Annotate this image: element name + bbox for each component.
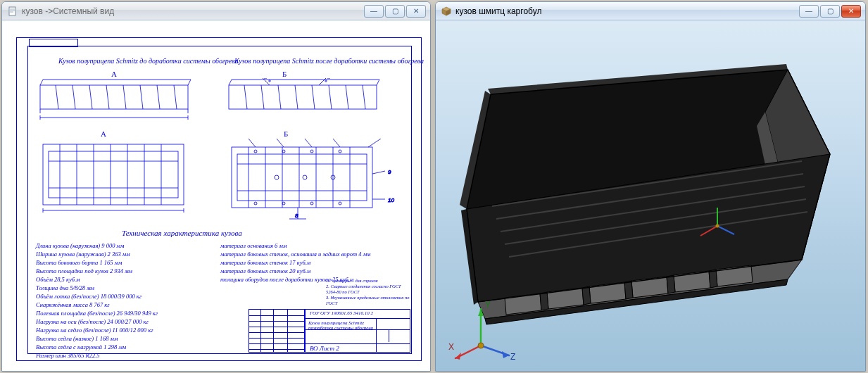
drawing-client: Кузов полуприцепа Schmitz до доработки с… [2,20,430,371]
svg-point-13 [310,150,313,153]
viewport-client: X Y Z [436,20,865,371]
plan-view-left [39,139,194,216]
spec-line: Объём лотка (без/после) 18 000/39 000 кг [36,292,158,301]
axis-label-z: Z [510,352,515,361]
specs-left-column: Длина кузова (наружная) 9 000 мм Ширина … [36,241,158,360]
titleblock-org: ГОУ ОГУ 190601.65 3410.10 2 [310,310,373,316]
svg-point-16 [282,202,285,205]
svg-text:10: 10 [388,197,394,203]
svg-rect-2 [229,85,377,109]
close-button[interactable]: ✕ [841,5,861,18]
svg-rect-0 [9,7,15,15]
svg-marker-44 [540,292,548,310]
view-label-b: Б [282,70,287,78]
svg-point-18 [339,202,341,205]
spec-line: Длина кузова (наружная) 9 000 мм [36,241,158,250]
svg-marker-57 [478,309,484,316]
spec-line: Снаряжённая масса 8 767 кг [36,301,158,309]
svg-marker-48 [709,270,717,288]
note-line: 2. Сварные соединения согласно ГОСТ 5264… [326,284,410,295]
svg-text:9: 9 [388,169,391,175]
svg-rect-1 [40,85,188,109]
section-label-b: Б [284,129,288,138]
note-line: 1. * размеры – для справок [326,278,410,284]
titlebar-left[interactable]: кузов ->Системный вид — ▢ ✕ [2,2,430,20]
close-button[interactable]: ✕ [406,5,426,18]
window-buttons-left: — ▢ ✕ [364,5,426,18]
titleblock-sheet: ВО Лист 2 [310,345,339,352]
spec-line: Толщина дна 5/8/28 мм [36,284,158,292]
svg-point-4 [325,80,327,82]
document-icon [8,6,18,16]
titlebar-right[interactable]: кузов шмитц каргобул — ▢ ✕ [436,2,865,20]
axis-label-x: X [448,342,454,352]
spec-line: Высота седла с нагрузкой 1 298 мм [36,343,158,351]
elevation-view-right: 1 2 [227,78,382,120]
window-title-left: кузов ->Системный вид [22,6,360,16]
svg-rect-9 [232,147,372,208]
svg-point-19 [275,175,279,179]
svg-line-52 [717,226,734,234]
svg-line-50 [700,226,717,236]
spec-line: Ширина кузова (наружная) 2 363 мм [36,250,158,258]
spec-line: Размер шин 385/65 R22.5 [36,351,158,360]
svg-point-14 [339,150,341,153]
spec-line: Нагрузка на оси (без/после) 24 000/27 00… [36,317,158,326]
drawing-notes: 1. * размеры – для справок 2. Сварные со… [326,278,410,306]
drawing-window: кузов ->Системный вид — ▢ ✕ Кузов полупр… [1,1,431,372]
spec-line: Полезная площадка (без/после) 26 949/30 … [36,309,158,317]
axis-gizmo[interactable]: X Y Z [446,291,516,361]
spec-line: Высота бокового борта 1 165 мм [36,258,158,267]
svg-point-60 [478,343,484,348]
svg-marker-45 [582,286,591,305]
sheet-header-box [29,39,78,47]
spec-line: Объём 28,5 куб.м [36,275,158,284]
svg-text:2: 2 [327,78,331,80]
cube-icon [441,6,451,16]
svg-text:1: 1 [264,78,267,80]
revision-table [249,309,305,353]
spec-line: Нагрузка на седло (без/после) 11 000/12 … [36,326,158,334]
svg-point-53 [716,225,719,228]
svg-point-12 [282,150,285,153]
drawing-sheet[interactable]: Кузов полуприцепа Schmitz до доработки с… [2,20,430,371]
window-buttons-right: — ▢ ✕ [799,5,861,18]
maximize-button[interactable]: ▢ [385,5,405,18]
window-title-right: кузов шмитц каргобул [455,6,795,16]
axis-label-y: Y [485,300,491,310]
svg-point-11 [254,150,257,153]
svg-marker-46 [624,281,633,299]
svg-rect-8 [49,151,178,198]
maximize-button[interactable]: ▢ [820,5,840,18]
spec-line: материал боковых стенок 17 куб.м [220,258,371,267]
svg-rect-10 [237,154,367,201]
titleblock-desc: разработка системы обогрева [308,325,373,331]
elevation-view-left [39,78,194,120]
model-window: кузов шмитц каргобул — ▢ ✕ [435,1,866,372]
svg-rect-7 [43,144,184,205]
plan-view-right: 3 4 5 6 7 8 9 10 [227,139,403,222]
title-block: ГОУ ОГУ 190601.65 3410.10 2 Кузов полупр… [305,309,410,353]
spec-line: Высота седла (низкое) 1 168 мм [36,334,158,343]
minimize-button[interactable]: — [799,5,819,18]
spec-line: материал боковых стенок, основания и зад… [220,250,371,258]
model-origin-triad [696,205,738,247]
section-label-a: А [101,129,106,138]
drawing-title-right: Кузов полуприцепа Schmitz после доработк… [234,57,424,65]
svg-text:8: 8 [295,213,298,219]
view-label-a: А [111,70,117,78]
specs-right-column: материал основания 6 мм материал боковых… [220,241,371,284]
note-line: 3. Неуказанные предельные отклонения по … [326,295,410,306]
svg-point-15 [254,202,257,205]
tech-characteristics-title: Техническая характеристика кузова [122,229,242,237]
spec-line: материал боковых стенок 20 куб.м [220,267,371,275]
svg-point-17 [310,202,313,205]
minimize-button[interactable]: — [364,5,384,18]
svg-marker-47 [667,275,675,293]
svg-point-3 [269,80,270,82]
spec-line: Высота площадки под кузов 2 934 мм [36,267,158,275]
drawing-title-left: Кузов полуприцепа Schmitz до доработки с… [58,57,239,65]
spec-line: материал основания 6 мм [220,241,371,250]
svg-point-20 [303,175,307,179]
viewport-3d[interactable]: X Y Z [436,20,865,371]
